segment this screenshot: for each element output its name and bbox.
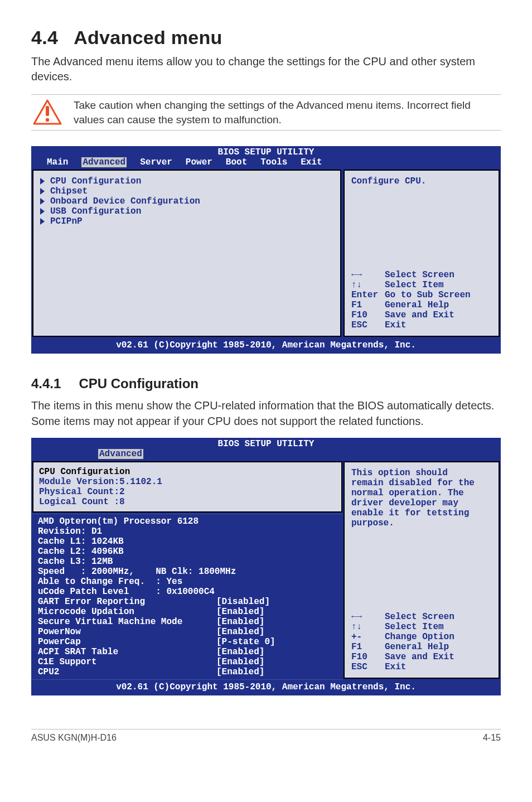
cpu-header-box: CPU Configuration Module Version:5.1102.… xyxy=(32,461,342,513)
menu-item-label: Chipset xyxy=(50,186,88,196)
option-acpi-srat[interactable]: ACPI SRAT Table[Enabled] xyxy=(38,647,336,657)
key-desc: Select Screen xyxy=(385,612,454,622)
option-label: CPU2 xyxy=(38,667,216,677)
option-cpu2[interactable]: CPU2[Enabled] xyxy=(38,667,336,677)
bios-screenshot-advanced: BIOS SETUP UTILITY Main Advanced Server … xyxy=(31,146,501,354)
bios-help-panel: Configure CPU. ←→Select Screen ↑↓Select … xyxy=(344,170,500,337)
svg-rect-1 xyxy=(46,106,49,116)
key: ESC xyxy=(351,662,385,672)
cpu-info-line: Cache L3: 12MB xyxy=(38,557,336,567)
subsection-intro: The items in this menu show the CPU-rela… xyxy=(31,398,501,429)
option-label: PowerCap xyxy=(38,637,216,647)
caution-callout: Take caution when changing the settings … xyxy=(31,94,501,131)
bios-content-panel: CPU Configuration Module Version:5.1102.… xyxy=(31,460,342,680)
option-value: [Disabled] xyxy=(216,597,270,607)
footer-model: ASUS KGN(M)H-D16 xyxy=(31,733,117,743)
key: ESC xyxy=(351,320,385,330)
key-desc: Change Option xyxy=(385,632,454,642)
caution-icon xyxy=(31,99,64,126)
option-c1e-support[interactable]: C1E Support[Enabled] xyxy=(38,657,336,667)
option-gart-error[interactable]: GART Error Reporting[Disabled] xyxy=(38,597,336,607)
bios-tab-exit[interactable]: Exit xyxy=(301,157,322,167)
bios-title: BIOS SETUP UTILITY xyxy=(31,146,501,157)
caution-text: Take caution when changing the settings … xyxy=(74,98,501,127)
cpu-info-line: Speed : 2000MHz, NB Clk: 1800MHz xyxy=(38,567,336,577)
bios-tab-tools[interactable]: Tools xyxy=(260,157,287,167)
bios-copyright: v02.61 (C)Copyright 1985-2010, American … xyxy=(31,338,501,354)
option-label: GART Error Reporting xyxy=(38,597,216,607)
bios-tab-boot[interactable]: Boot xyxy=(226,157,247,167)
key: ↑↓ xyxy=(351,280,385,290)
help-line: This option should xyxy=(351,468,492,478)
submenu-icon xyxy=(40,198,45,205)
menu-chipset[interactable]: Chipset xyxy=(40,186,333,196)
key: Enter xyxy=(351,290,385,300)
help-line: purpose. xyxy=(351,518,492,528)
bios-tab-power[interactable]: Power xyxy=(186,157,212,167)
cpu-config-heading: CPU Configuration xyxy=(39,467,336,477)
cpu-info-line: AMD Opteron(tm) Processor 6128 xyxy=(38,516,336,526)
submenu-icon xyxy=(40,208,45,215)
option-label: Microcode Updation xyxy=(38,607,216,617)
bios-menu-panel: CPU Configuration Chipset Onboard Device… xyxy=(32,170,341,337)
menu-cpu-configuration[interactable]: CPU Configuration xyxy=(40,176,333,186)
key: ←→ xyxy=(351,612,385,622)
key: F10 xyxy=(351,652,385,662)
cpu-info-line: Cache L2: 4096KB xyxy=(38,547,336,557)
key-desc: General Help xyxy=(385,300,449,310)
page-footer: ASUS KGN(M)H-D16 4-15 xyxy=(31,729,501,743)
menu-pcipnp[interactable]: PCIPnP xyxy=(40,216,333,226)
bios-tab-main[interactable]: Main xyxy=(47,157,68,167)
bios-tab-advanced[interactable]: Advanced xyxy=(81,157,127,167)
subsection-heading: 4.4.1CPU Configuration xyxy=(31,376,501,392)
option-label: ACPI SRAT Table xyxy=(38,647,216,657)
bios-help-text: This option should remain disabled for t… xyxy=(351,468,492,528)
bios-key-legend: ←→Select Screen ↑↓Select Item +-Change O… xyxy=(351,612,492,672)
option-powernow[interactable]: PowerNow[Enabled] xyxy=(38,627,336,637)
bios-help-panel: This option should remain disabled for t… xyxy=(344,461,500,679)
bios-tab-advanced[interactable]: Advanced xyxy=(98,449,143,459)
key: ↑↓ xyxy=(351,622,385,632)
section-number: 4.4 xyxy=(31,27,58,48)
option-value: [Enabled] xyxy=(216,627,264,637)
subsection-title: CPU Configuration xyxy=(79,376,199,391)
menu-usb-configuration[interactable]: USB Configuration xyxy=(40,206,333,216)
cpu-info-line: uCode Patch Level : 0x10000C4 xyxy=(38,587,336,597)
option-value: [Enabled] xyxy=(216,667,264,677)
submenu-icon xyxy=(40,218,45,225)
bios-copyright: v02.61 (C)Copyright 1985-2010, American … xyxy=(31,680,501,695)
option-value: [Enabled] xyxy=(216,647,264,657)
key: +- xyxy=(351,632,385,642)
key-desc: General Help xyxy=(385,642,449,652)
logical-count: Logical Count :8 xyxy=(39,497,336,507)
cpu-details-box: AMD Opteron(tm) Processor 6128 Revision:… xyxy=(31,514,342,680)
key-desc: Select Screen xyxy=(385,270,454,280)
key-desc: Save and Exit xyxy=(385,310,454,320)
help-line: driver developer may xyxy=(351,498,492,508)
cpu-info-line: Revision: D1 xyxy=(38,526,336,537)
option-powercap[interactable]: PowerCap[P-state 0] xyxy=(38,637,336,647)
key: F1 xyxy=(351,300,385,310)
intro-text: The Advanced menu items allow you to cha… xyxy=(31,54,501,84)
bios-key-legend: ←→Select Screen ↑↓Select Item EnterGo to… xyxy=(351,270,492,330)
option-value: [Enabled] xyxy=(216,657,264,667)
bios-help-text: Configure CPU. xyxy=(351,176,492,186)
menu-item-label: PCIPnP xyxy=(50,216,83,226)
option-label: Secure Virtual Machine Mode xyxy=(38,617,216,627)
section-heading: 4.4Advanced menu xyxy=(31,27,501,49)
cpu-info-line: Able to Change Freq. : Yes xyxy=(38,577,336,587)
key: ←→ xyxy=(351,270,385,280)
bios-tab-server[interactable]: Server xyxy=(140,157,172,167)
option-label: PowerNow xyxy=(38,627,216,637)
option-svm-mode[interactable]: Secure Virtual Machine Mode[Enabled] xyxy=(38,617,336,627)
section-title: Advanced menu xyxy=(74,27,223,48)
option-microcode-updation[interactable]: Microcode Updation[Enabled] xyxy=(38,607,336,617)
bios-title: BIOS SETUP UTILITY xyxy=(31,438,501,449)
menu-item-label: USB Configuration xyxy=(50,206,141,216)
svg-point-2 xyxy=(46,118,49,121)
menu-onboard-device[interactable]: Onboard Device Configuration xyxy=(40,196,333,206)
key-desc: Save and Exit xyxy=(385,652,454,662)
option-value: [Enabled] xyxy=(216,607,264,617)
help-line: remain disabled for the xyxy=(351,478,492,488)
option-value: [P-state 0] xyxy=(216,637,275,647)
